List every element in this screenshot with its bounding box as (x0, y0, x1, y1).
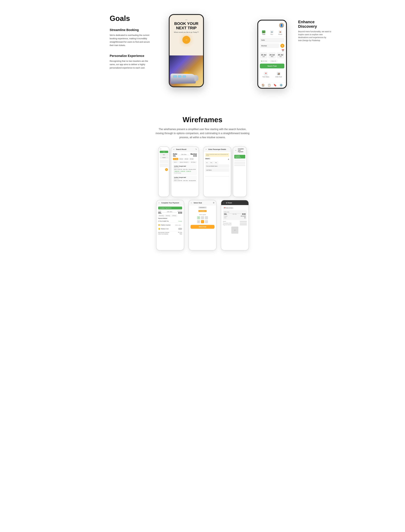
seat-1-1[interactable]: 1 (197, 216, 200, 219)
quick-nav: 📍 Train Status 🍱 Order Food (258, 71, 286, 78)
hotels-tab-icon: 🏨 (279, 30, 282, 33)
train-tab-icon: 🚂 (262, 30, 265, 33)
expand-icon[interactable]: ∧ (228, 158, 229, 160)
seat-chip-3: SL WL 23 (186, 171, 191, 172)
search-result-content: Delhi DEL 19hr 35m Mumbai BOM 21 July 22… (171, 152, 199, 185)
enhance-title: Enhance Discovery (298, 20, 332, 29)
nav-settings-icon[interactable]: ⚙️ (280, 83, 283, 87)
phone-secondary-search: Delhi Mumbai ⇅ 📅 (258, 36, 286, 71)
goal-1-desc: We're dedicated to overhauling the curre… (110, 34, 152, 47)
seat-type-executive1-selected: Executive 1 (198, 210, 206, 212)
tab-hotels[interactable]: 🏨 Hotels (278, 30, 282, 35)
payment-banner: Complete Payment in (158, 207, 182, 209)
arrow-button[interactable]: → (182, 36, 190, 44)
status-row: Status (223, 221, 247, 222)
goals-title: Goals (110, 14, 152, 22)
first-name-input[interactable]: First and Middle Name (205, 164, 229, 168)
partial-right-header: ← Complete Your Payment (233, 147, 246, 154)
nav-home-icon[interactable]: 🏠 (262, 83, 265, 87)
seat-type-section: Executive 1 Executive 1 (190, 207, 215, 213)
phone-main: ●●● BOOK YOUR NEXT TRIP Where would you … (169, 14, 204, 87)
qr-section: QR (223, 227, 247, 234)
departure-row: Depart 07:15 AM (224, 215, 246, 217)
seat-1-3[interactable] (205, 216, 208, 219)
seat-chip-1: 5A AVL 23 (174, 171, 180, 172)
back-arrow-icon-4[interactable]: ← (190, 202, 193, 204)
seat-2-1[interactable]: 1 (197, 220, 200, 223)
change-payment-link[interactable]: Change (178, 221, 182, 222)
other-cost-subtotal: Other Cost Subtotal ₹100 (158, 233, 182, 235)
transaction-date-row: Transaction Date (223, 222, 247, 224)
phone-secondary-header: 👤 (258, 21, 286, 29)
status-rows: Status Transaction Date Payment Method (223, 221, 247, 226)
title-mrs[interactable]: Mrs. (209, 161, 214, 164)
title-mr[interactable]: Mr. (205, 161, 209, 164)
seats-row-1: 5A AVL 23 SL WL 23 SL WL 23 (174, 171, 196, 172)
passenger-note: Name should be same as in Government ID … (205, 153, 229, 157)
date-row: 23 Jul Sun 24 Jul Mon 25 Jul Tue (260, 52, 284, 59)
search-result-header: ← Search Result ✎ (171, 147, 199, 152)
back-arrow-icon-2[interactable]: ← (205, 148, 207, 151)
class-ac[interactable]: AC Only (260, 60, 269, 62)
title-row: Mr. Mrs. Mrs. (205, 161, 229, 164)
phone-secondary: 👤 🚂 Train 🚌 Bus 🏨 Hotels (257, 20, 287, 89)
platform-voucher-row: 🎫 Platform Voucher Enter code → (158, 223, 182, 227)
wireframes-title: Wireframes (8, 115, 397, 124)
search-train-button[interactable]: Search Train (260, 64, 284, 69)
arrow-icon: → (185, 38, 188, 42)
date-chip-3[interactable]: 25 Jul Tue (277, 52, 284, 59)
class-filter[interactable]: All Class (190, 161, 196, 163)
to-field[interactable]: Mumbai (260, 43, 279, 48)
date-chip-1[interactable]: 23 Jul Sun (260, 52, 268, 59)
back-arrow-icon-5[interactable]: ← (223, 202, 225, 204)
quota-filter[interactable]: Quota: General ∨ (179, 161, 189, 163)
select-seat-button[interactable]: Select Seat (190, 225, 215, 229)
title-mrs2[interactable]: Mrs. (214, 161, 218, 164)
enhance-desc: Beyond mere functionality, we want to in… (298, 30, 332, 42)
seat-1-2[interactable] (201, 216, 204, 219)
train-status-nav[interactable]: 📍 Train Status (262, 72, 269, 77)
date-chip-2[interactable]: 24 Jul Mon (268, 52, 276, 59)
nav-bookmarks-icon[interactable]: 🔖 (274, 83, 277, 87)
date-tab-2[interactable]: 22 Jul (179, 158, 183, 160)
sort-filter[interactable]: Sort ∨ (173, 161, 178, 163)
seat-row-1: 1 (190, 216, 215, 219)
train-card-2: Golden Temple Mail Runs on Fri Delhi, 10… (173, 176, 197, 182)
tab-bus[interactable]: 🚌 Bus (270, 30, 274, 35)
seat-row-ticket: Seat 2A (224, 217, 246, 218)
route-dots: 19hr 35m (178, 155, 189, 155)
e-ticket-phone: ← E-Ticket 📅 Wed, 24 Feb Delhi, DEL DEL (221, 200, 249, 250)
tab-train[interactable]: 🚂 Train (262, 30, 265, 35)
last-name-input[interactable]: Last Name (205, 168, 229, 172)
swap-button[interactable]: ⇅ (280, 44, 284, 48)
seat-grid: Seat Layout 1 1 2 (190, 214, 215, 223)
trip-tags: Round trip Economy 3 Person (158, 215, 182, 217)
train-illustration (170, 55, 203, 86)
order-food-nav[interactable]: 🍱 Order Food (275, 72, 282, 77)
seat-2-2[interactable]: 2 (201, 220, 204, 223)
back-arrow-partial[interactable]: ← (235, 149, 237, 152)
seat-2-3[interactable] (205, 220, 208, 223)
seat-row-2: 1 2 (190, 220, 215, 223)
back-arrow-icon[interactable]: ← (173, 148, 175, 151)
settings-icon[interactable]: ⚙ (213, 202, 215, 204)
payment-gpay: G Pay Google Pay (158, 221, 169, 222)
e-ticket-content: 📅 Wed, 24 Feb Delhi, DEL DEL 19hr 35m BO… (221, 205, 249, 235)
filter-row: Sort ∨ Quota: General ∨ All Class (173, 161, 197, 163)
back-arrow-icon-3[interactable]: ← (158, 202, 160, 204)
voucher-icon: 🎫 (158, 224, 160, 226)
nav-tickets-icon[interactable]: 📋 (268, 83, 271, 87)
class-non-ac[interactable]: Non-AC (269, 60, 278, 62)
select-seat-header: ← Select Seat ⚙ (189, 200, 216, 205)
toggle-switch[interactable] (178, 228, 182, 230)
payment-method-row: G Pay Google Pay Change (158, 220, 182, 223)
phones-container: ●●● BOOK YOUR NEXT TRIP Where would you … (157, 11, 295, 96)
date-tab-1[interactable]: 21 July (173, 158, 178, 160)
edit-icon[interactable]: ✎ (196, 148, 197, 150)
from-field[interactable]: Delhi (260, 38, 284, 42)
date-tab-3[interactable]: 23 Jul (184, 158, 189, 160)
seat-type-executive1: Executive 1 (198, 207, 206, 208)
date-tab-4[interactable]: 24 Jul (189, 158, 194, 160)
calendar-icon: 📅 (224, 207, 226, 209)
goal-item-2: Personalize Experience Recognizing that … (110, 54, 152, 69)
